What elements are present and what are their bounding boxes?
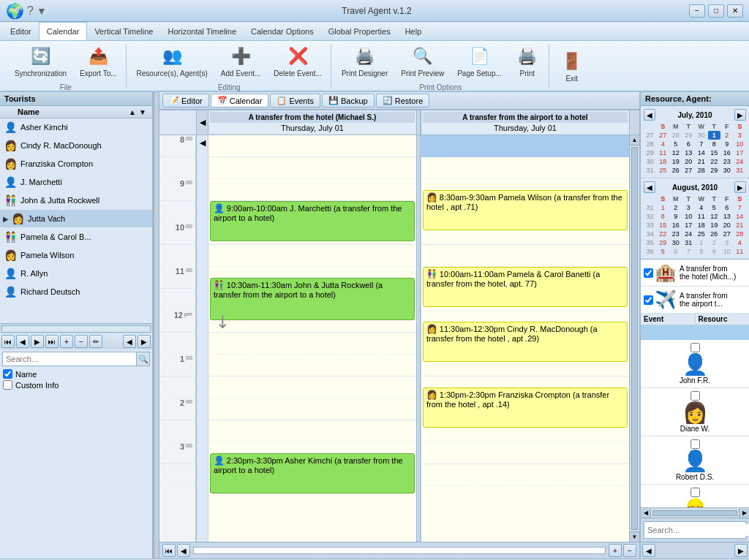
event-cindy[interactable]: 👩 11:30am-12:30pm Cindy R. MacDonough (a… [423,322,628,362]
cal-day[interactable]: 31 [682,238,696,247]
horizontal-scrollbar[interactable] [0,323,152,333]
cal-day[interactable]: 5 [708,203,721,212]
first-button[interactable]: ⏮ [1,335,15,348]
cal-day[interactable]: 20 [682,157,696,166]
tourist-row[interactable]: 👫 John & Jutta Rockwell [0,192,152,210]
cal-day[interactable]: 19 [708,221,721,230]
tab-restore[interactable]: 🔄 Restore [376,94,430,107]
window-controls[interactable]: − □ ✕ [689,4,743,18]
tourist-row[interactable]: 👩 Pamela Wilson [0,246,152,265]
resource-checkbox-diane[interactable] [690,391,700,401]
maximize-button[interactable]: □ [708,4,724,18]
search-box[interactable]: 🔍 [2,352,150,366]
cal-day[interactable]: 3 [682,203,696,212]
cal-day[interactable]: 2 [669,203,682,212]
add-event-button[interactable]: ➕ Add Event... [215,41,266,82]
cal-day[interactable]: 16 [669,221,682,230]
cal-day[interactable]: 29 [708,166,721,175]
cal-day[interactable]: 3 [734,131,747,140]
menu-global-properties[interactable]: Global Properties [321,22,398,40]
cal-day[interactable]: 17 [682,221,696,230]
name-checkbox[interactable] [3,369,12,379]
collapse-arrow[interactable]: ◀ [196,110,208,135]
tourist-row[interactable]: 👫 Pamela & Carol B... [0,228,152,246]
sort-button[interactable]: ▲ [129,108,139,116]
cal-day[interactable]: 6 [682,140,696,148]
cal-day[interactable]: 10 [682,212,696,221]
close-button[interactable]: ✕ [727,4,743,18]
exit-button[interactable]: 🚪 Exit [554,45,590,86]
cal-day[interactable]: 21 [734,221,747,230]
mini-cal-aug-next[interactable]: ▶ [734,181,746,193]
event-pamela-wilson[interactable]: 👩 8:30am-9:30am Pamela Wilson (a transfe… [423,190,628,230]
menu-editor[interactable]: Editor [3,22,39,40]
event-pamela-carol[interactable]: 👫 10:00am-11:00am Pamela & Carol Banetti… [423,267,628,307]
resource-checkbox-john[interactable] [690,343,700,352]
right-search-box[interactable]: 🔍 [644,521,746,539]
minimize-button[interactable]: − [689,4,705,18]
cal-day[interactable]: 10 [720,247,734,256]
cal-day[interactable]: 12 [708,212,721,221]
resize-handle[interactable] [154,92,159,559]
menu-horizontal-timeline[interactable]: Horizontal Timeline [160,22,244,40]
cal-first-button[interactable]: ⏮ [162,544,176,557]
vertical-scrollbar[interactable]: ▲ ▼ [629,135,639,542]
col-collapse-button[interactable]: ◀ [196,135,208,542]
scroll-right-arrow[interactable]: ▶ [739,509,749,518]
search-icon[interactable]: 🔍 [136,352,149,366]
cal-day[interactable]: 13 [682,148,696,157]
cal-day[interactable]: 4 [734,238,747,247]
cal-day[interactable]: 8 [695,247,708,256]
cal-day[interactable]: 1 [695,238,708,247]
cal-day[interactable]: 24 [682,230,696,238]
cal-day[interactable]: 27 [682,166,696,175]
cal-day[interactable]: 14 [734,212,747,221]
sort-desc-button[interactable]: ▼ [139,108,149,116]
resource-checkbox-2[interactable] [644,295,653,305]
cal-day[interactable]: 14 [695,148,708,157]
tab-events[interactable]: 📋 Events [270,94,320,107]
cal-day[interactable]: 18 [657,157,670,166]
cal-day[interactable]: 7 [682,247,696,256]
export-button[interactable]: 📤 Export To... [74,41,122,82]
right-panel-scrollbar-h[interactable]: ◀ ▶ [641,507,749,518]
cal-day[interactable]: 9 [720,140,734,148]
cal-day[interactable]: 10 [734,140,747,148]
event-kimchi[interactable]: 👤 2:30pm-3:30pm Asher Kimchi (a transfer… [210,453,415,493]
cal-day[interactable]: 20 [720,221,734,230]
tourist-row[interactable]: 👤 J. Marchetti [0,173,152,192]
delete-event-button[interactable]: ❌ Delete Event... [268,41,328,82]
cal-day[interactable]: 2 [708,238,721,247]
cal-day[interactable]: 30 [720,166,734,175]
page-setup-button[interactable]: 📄 Page Setup... [451,41,508,82]
menu-calendar-options[interactable]: Calendar Options [244,22,321,40]
cal-day[interactable]: 8 [657,212,670,221]
tourist-row[interactable]: 👩 Franziska Crompton [0,155,152,173]
sync-button[interactable]: 🔄 Synchronization [9,41,72,82]
cal-day[interactable]: 24 [734,157,747,166]
cal-day[interactable]: 25 [695,230,708,238]
cal-day[interactable]: 28 [734,230,747,238]
cal-scrollbar[interactable] [193,547,606,554]
cal-day[interactable]: 8 [708,140,721,148]
scroll-right-button[interactable]: ▶ [138,335,151,348]
scroll-left-arrow[interactable]: ◀ [641,509,651,518]
cal-day[interactable]: 26 [669,166,682,175]
scroll-down-button[interactable]: ▼ [630,531,639,542]
edit-tourist-button[interactable]: ✏ [89,335,102,348]
cal-day[interactable]: 7 [695,140,708,148]
cal-day[interactable]: 29 [657,238,670,247]
cal-day[interactable]: 9 [708,247,721,256]
cal-day[interactable]: 16 [720,148,734,157]
prev-button[interactable]: ◀ [16,335,29,348]
menu-help[interactable]: Help [398,22,429,40]
cal-day[interactable]: 6 [669,247,682,256]
tab-backup[interactable]: 💾 Backup [322,94,374,107]
right-search-input[interactable] [644,524,749,536]
cal-day[interactable]: 28 [669,131,682,140]
print-preview-button[interactable]: 🔍 Print Preview [395,41,450,82]
event-rockwell[interactable]: 👫 10:30am-11:30am John & Jutta Rockwell … [210,278,415,320]
cal-day[interactable]: 2 [720,131,734,140]
cal-day[interactable]: 11 [734,247,747,256]
cal-day[interactable]: 26 [708,230,721,238]
